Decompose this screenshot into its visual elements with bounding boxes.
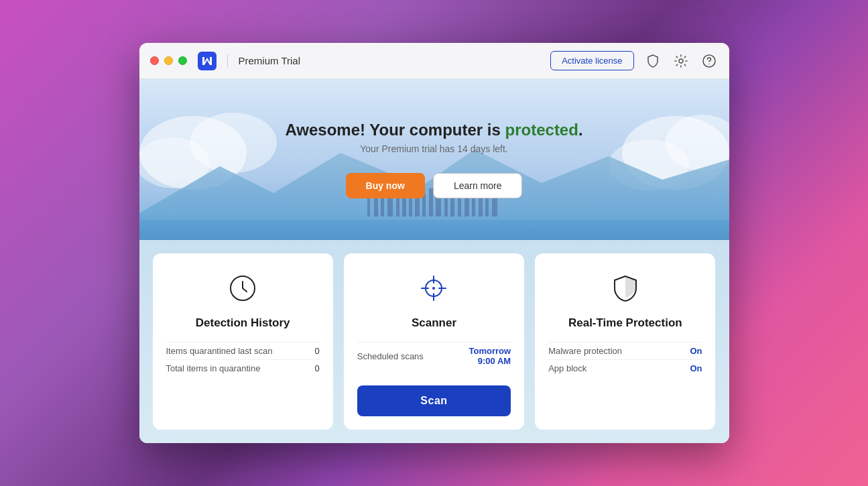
hero-title-prefix: Awesome! Your computer is xyxy=(285,121,505,139)
malwarebytes-logo-icon xyxy=(198,52,216,70)
stat-value: 0 xyxy=(315,363,320,373)
stat-row-total-quarantine: Total items in quarantine 0 xyxy=(166,359,320,377)
detection-history-icon xyxy=(224,269,261,307)
stat-row-appblock: App block On xyxy=(548,359,702,377)
clock-icon xyxy=(227,272,259,304)
detection-stats: Items quarantined last scan 0 Total item… xyxy=(166,342,320,377)
detection-history-title: Detection History xyxy=(196,316,290,330)
learn-more-button[interactable]: Learn more xyxy=(433,173,523,198)
protection-stats: Malware protection On App block On xyxy=(548,342,702,377)
shield-button[interactable] xyxy=(643,52,662,70)
hero-title-highlight: protected xyxy=(505,121,578,139)
stat-label: Malware protection xyxy=(548,346,622,356)
stat-label: App block xyxy=(548,363,586,373)
help-icon xyxy=(702,54,717,68)
hero-text: Awesome! Your computer is protected. You… xyxy=(285,121,582,166)
scan-button[interactable]: Scan xyxy=(357,385,511,416)
stat-value: 0 xyxy=(315,346,320,356)
stat-value-appblock: On xyxy=(690,363,702,373)
stat-label: Total items in quarantine xyxy=(166,363,261,373)
svg-point-38 xyxy=(432,287,435,290)
app-window: Premium Trial Activate license xyxy=(139,43,729,443)
stat-value-malware: On xyxy=(690,346,702,356)
realtime-protection-icon xyxy=(607,269,644,307)
hero-section: Awesome! Your computer is protected. You… xyxy=(139,79,729,240)
cards-section: Detection History Items quarantined last… xyxy=(139,240,729,443)
help-button[interactable] xyxy=(700,52,719,70)
svg-point-1 xyxy=(679,59,683,63)
titlebar-actions: Activate license xyxy=(550,51,718,70)
crosshair-icon xyxy=(418,272,450,304)
minimize-button[interactable] xyxy=(164,56,173,65)
logo-divider xyxy=(227,54,228,68)
app-title: Premium Trial xyxy=(239,55,301,66)
svg-rect-12 xyxy=(367,196,370,217)
maximize-button[interactable] xyxy=(178,56,187,65)
titlebar: Premium Trial Activate license xyxy=(139,43,729,79)
realtime-protection-card: Real-Time Protection Malware protection … xyxy=(535,253,715,430)
stat-row-scheduled-scans: Scheduled scans Tomorrow9:00 AM xyxy=(357,342,511,369)
stat-value-scheduled: Tomorrow9:00 AM xyxy=(469,346,511,366)
realtime-protection-title: Real-Time Protection xyxy=(568,316,682,330)
detection-history-card: Detection History Items quarantined last… xyxy=(153,253,333,430)
hero-title: Awesome! Your computer is protected. xyxy=(285,121,582,139)
hero-buttons: Buy now Learn more xyxy=(346,173,523,198)
gear-icon xyxy=(674,54,688,68)
svg-rect-31 xyxy=(139,220,729,240)
stat-row-malware: Malware protection On xyxy=(548,342,702,359)
scanner-title: Scanner xyxy=(412,316,456,330)
hero-subtitle: Your Premium trial has 14 days left. xyxy=(285,143,582,154)
buy-now-button[interactable]: Buy now xyxy=(346,173,425,198)
settings-button[interactable] xyxy=(672,52,690,70)
activate-license-button[interactable]: Activate license xyxy=(550,51,633,70)
shield-icon xyxy=(645,54,660,68)
scanner-card: Scanner Scheduled scans Tomorrow9:00 AM … xyxy=(344,253,524,430)
svg-point-3 xyxy=(708,63,710,64)
close-button[interactable] xyxy=(150,56,159,65)
stat-row-quarantined-last: Items quarantined last scan 0 xyxy=(166,342,320,359)
scanner-stats: Scheduled scans Tomorrow9:00 AM xyxy=(357,342,511,369)
app-logo: Premium Trial xyxy=(198,52,301,70)
shield-half-icon xyxy=(609,272,641,304)
stat-label: Items quarantined last scan xyxy=(166,346,273,356)
scanner-icon xyxy=(415,269,452,307)
hero-title-suffix: . xyxy=(578,121,583,139)
svg-rect-0 xyxy=(198,52,216,70)
stat-label: Scheduled scans xyxy=(357,351,424,361)
traffic-lights xyxy=(150,56,187,65)
